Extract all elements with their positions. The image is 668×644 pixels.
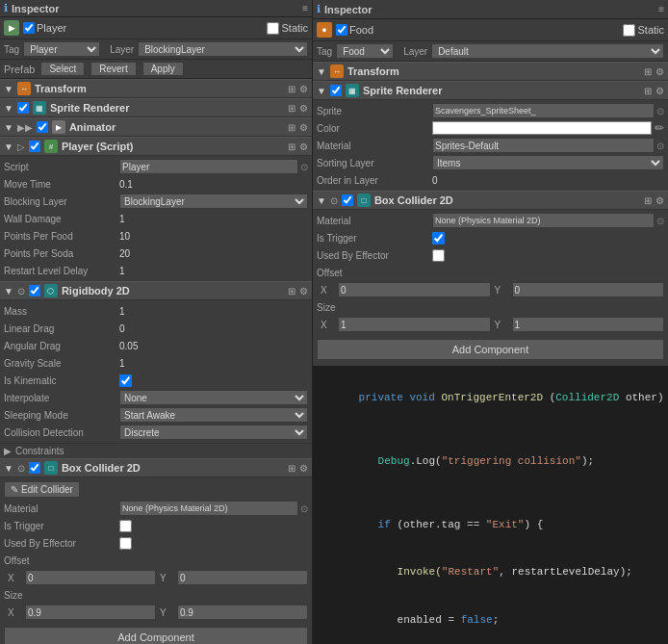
left-rb-iskin-checkbox[interactable]: [119, 374, 132, 387]
right-sr-sprite-field[interactable]: [432, 103, 655, 118]
right-bc-offset-xy-row: X Y: [317, 281, 664, 298]
left-select-button[interactable]: Select: [40, 62, 85, 76]
left-static-checkbox[interactable]: [267, 22, 279, 35]
left-bc-size-x[interactable]: [25, 605, 156, 620]
left-bc-material-field[interactable]: [119, 501, 298, 516]
left-layer-select[interactable]: BlockingLayer: [138, 41, 308, 57]
left-tag-label: Tag: [4, 44, 19, 55]
left-sprite-renderer-header[interactable]: ▼ ▦ Sprite Renderer ⊞ ⚙: [0, 98, 312, 117]
right-static-checkbox[interactable]: [623, 24, 635, 37]
right-sr-checkbox[interactable]: [330, 85, 342, 96]
left-rb-sleepmode-select[interactable]: Start Awake: [119, 407, 308, 423]
left-inspector-panel: ℹ Inspector ≡ ▶ Player Static Tag Player…: [0, 0, 313, 644]
left-bc-size-label-row: Size: [4, 586, 308, 604]
right-transform-header[interactable]: ▼ ↔ Transform ⊞ ⚙: [313, 62, 668, 81]
left-sr-icon: ▦: [33, 101, 46, 115]
left-bc-usedbyeffector-checkbox[interactable]: [119, 537, 132, 550]
left-rb-interp-select[interactable]: None: [119, 390, 308, 405]
right-bc2d-header[interactable]: ▼ ⊙ □ Box Collider 2D ⊞ ⚙: [313, 191, 668, 210]
right-static-group: Static: [623, 24, 664, 37]
right-bc-usedbyeffector-checkbox[interactable]: [432, 249, 445, 262]
left-bc-size-y[interactable]: [177, 605, 308, 620]
left-rb-coldet-select[interactable]: Discrete: [119, 425, 308, 440]
left-bc-size-xy-row: X Y: [4, 604, 308, 621]
right-bc-offset-y[interactable]: [512, 282, 665, 297]
left-ps-blockinglayer-select[interactable]: BlockingLayer: [119, 193, 308, 209]
left-object-icon: ▶: [4, 20, 19, 36]
left-tag-select[interactable]: Player: [23, 41, 100, 57]
right-sr-material-field[interactable]: [432, 138, 655, 153]
left-edit-collider-icon: ✎: [11, 484, 18, 495]
left-bc-offset-y[interactable]: [177, 570, 308, 585]
right-inspector-header: ℹ Inspector ≡: [313, 0, 668, 19]
right-tag-label: Tag: [317, 46, 332, 57]
left-edit-collider-button[interactable]: ✎ Edit Collider: [4, 481, 80, 498]
right-transform-title: Transform: [347, 65, 399, 77]
left-tag-layer-row: Tag Player Layer BlockingLayer: [0, 39, 312, 60]
left-bc2d-header[interactable]: ▼ ⊙ □ Box Collider 2D ⊞ ⚙: [0, 458, 312, 477]
right-sr-header[interactable]: ▼ ▦ Sprite Renderer ⊞ ⚙: [313, 81, 668, 100]
right-panel: ℹ Inspector ≡ ● Food Static Tag Food Lay…: [313, 0, 668, 644]
left-transform-header[interactable]: ▼ ↔ Transform ⊞ ⚙: [0, 79, 312, 98]
right-bc-icon: □: [357, 193, 371, 207]
left-rb-title: Rigidbody 2D: [62, 285, 130, 296]
right-dots[interactable]: ≡: [658, 4, 664, 14]
right-sr-sortinglayer-select[interactable]: Items: [432, 155, 664, 170]
left-rb-checkbox[interactable]: [29, 285, 40, 296]
right-info-icon: ℹ: [317, 3, 321, 15]
right-bc-offset-label-row: Offset: [317, 264, 664, 281]
left-transform-icon: ↔: [17, 82, 31, 95]
left-revert-button[interactable]: Revert: [90, 62, 136, 76]
right-inspector-section: ℹ Inspector ≡ ● Food Static Tag Food Lay…: [313, 0, 668, 366]
code-line-2: Debug.Log("triggering collision");: [321, 437, 660, 485]
left-dots[interactable]: ≡: [302, 3, 308, 13]
left-bc-offset-x[interactable]: [25, 570, 156, 585]
right-sr-color-picker-icon[interactable]: ✏: [655, 121, 664, 135]
left-ps-movetime-row: Move Time 0.1: [4, 175, 308, 193]
left-ps-icon: #: [44, 140, 58, 153]
left-prefab-label: Prefab: [4, 64, 35, 75]
left-ps-script-field[interactable]: [119, 159, 298, 174]
right-tag-select[interactable]: Food: [336, 43, 394, 59]
left-ps-script-row: Script ⊙: [4, 158, 308, 175]
left-rb-angdrag-row: Angular Drag 0.05: [4, 337, 308, 354]
code-line-5: Invoke("Restart", restartLevelDelay);: [321, 549, 660, 597]
left-active-checkbox-label[interactable]: Player: [23, 22, 66, 34]
right-bc-material-field[interactable]: [432, 213, 655, 228]
left-add-component-button[interactable]: Add Component: [4, 627, 308, 644]
left-bc-material-row: Material ⊙: [4, 500, 308, 517]
right-bc-offset-x[interactable]: [338, 282, 491, 297]
left-anim-checkbox[interactable]: [37, 121, 48, 133]
left-constraints-row[interactable]: ▶ Constraints: [0, 443, 312, 458]
right-bc-istrigger-checkbox[interactable]: [432, 232, 445, 245]
left-bc-usedbyeffector-row: Used By Effector: [4, 534, 308, 552]
right-add-component-button[interactable]: Add Component: [317, 339, 664, 360]
right-active-checkbox-label[interactable]: Food: [336, 24, 373, 36]
left-rb-gravscale-row: Gravity Scale 1: [4, 354, 308, 372]
left-apply-button[interactable]: Apply: [142, 62, 184, 76]
right-sr-color-swatch[interactable]: [432, 121, 652, 135]
left-sr-checkbox[interactable]: [17, 102, 29, 114]
left-animator-header[interactable]: ▼ ▶▶ ▶ Animator ⊞ ⚙: [0, 117, 312, 137]
right-sr-sprite-row: Sprite ⊙: [317, 102, 664, 119]
right-layer-select[interactable]: Default: [431, 43, 664, 59]
left-rb-interp-row: Interpolate None: [4, 389, 308, 406]
right-object-row: ● Food Static: [313, 19, 668, 41]
left-bc-checkbox[interactable]: [29, 462, 40, 474]
right-bc-size-y[interactable]: [512, 317, 665, 332]
right-active-checkbox[interactable]: [336, 24, 347, 36]
left-active-checkbox[interactable]: [23, 22, 35, 34]
left-anim-icon: ▶: [52, 120, 65, 134]
left-rb-mass-row: Mass 1: [4, 302, 308, 320]
code-line-blank1: [321, 422, 660, 438]
left-player-script-header[interactable]: ▼ ▷ # Player (Script) ⊞ ⚙: [0, 137, 312, 156]
left-bc-title: Box Collider 2D: [62, 462, 141, 474]
left-bc-istrigger-checkbox[interactable]: [119, 520, 132, 532]
code-line-blank2: [321, 485, 660, 502]
left-ps-title: Player (Script): [62, 141, 134, 152]
left-bc-icon: □: [44, 461, 58, 475]
right-bc-size-x[interactable]: [338, 317, 491, 332]
right-bc-checkbox[interactable]: [342, 194, 353, 206]
left-rb2d-header[interactable]: ▼ ⊙ ⬡ Rigidbody 2D ⊞ ⚙: [0, 281, 312, 300]
left-ps-checkbox[interactable]: [29, 141, 40, 152]
